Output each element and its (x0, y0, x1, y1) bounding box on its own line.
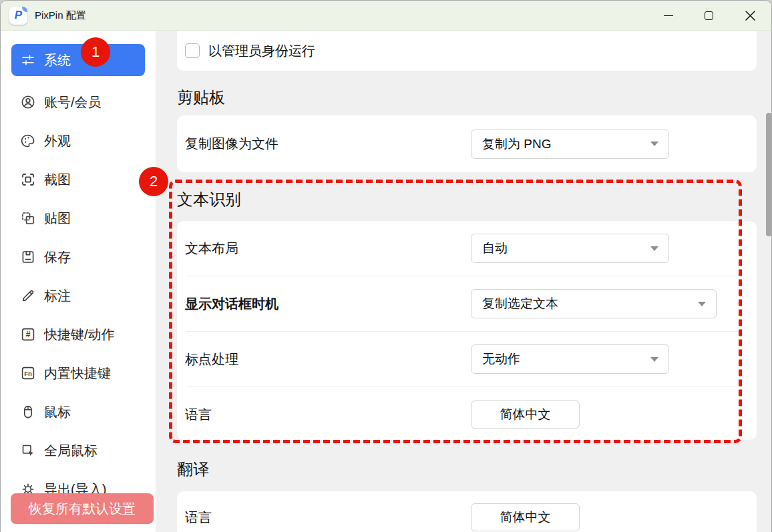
translate-language-row: 语言 简体中文 (177, 491, 757, 532)
sidebar: 系统 账号/会员 外观 (1, 31, 156, 532)
settings-content: 以管理员身份运行 剪贴板 复制图像为文件 复制为 PNG 文本识别 文本布局 (156, 31, 772, 532)
dropdown-value: 复制为 PNG (482, 136, 551, 153)
ocr-section-title: 文本识别 (177, 189, 241, 210)
sidebar-nav: 系统 账号/会员 外观 (1, 44, 156, 509)
pencil-icon (20, 288, 36, 304)
global-cursor-icon (20, 443, 36, 459)
sidebar-item-label: 快捷键/动作 (44, 326, 115, 344)
copy-image-dropdown[interactable]: 复制为 PNG (471, 129, 669, 159)
translate-section-title: 翻译 (177, 459, 209, 480)
close-button[interactable] (729, 1, 771, 30)
fn-key-icon: Fn (20, 365, 36, 381)
punctuation-dropdown[interactable]: 无动作 (471, 344, 669, 374)
sidebar-item-save[interactable]: 保存 (1, 238, 156, 276)
palette-icon (20, 133, 36, 149)
annotation-step-1-badge: 1 (81, 37, 110, 67)
sidebar-item-builtin-hotkeys[interactable]: Fn 内置快捷键 (1, 354, 156, 392)
ocr-language-button[interactable]: 简体中文 (471, 401, 580, 429)
run-as-admin-checkbox[interactable] (185, 43, 200, 58)
copy-image-row: 复制图像为文件 复制为 PNG (177, 115, 757, 172)
dialog-timing-row: 显示对话框时机 复制选定文本 (177, 276, 757, 331)
maximize-button[interactable] (689, 1, 729, 30)
sidebar-item-account[interactable]: 账号/会员 (1, 83, 156, 121)
sidebar-item-label: 保存 (44, 248, 71, 266)
sidebar-item-mouse[interactable]: 鼠标 (1, 392, 156, 431)
chevron-down-icon (698, 302, 706, 306)
sidebar-item-hotkeys[interactable]: # 快捷键/动作 (1, 315, 156, 354)
close-icon (745, 10, 756, 21)
hash-key-icon: # (20, 326, 36, 342)
text-layout-label: 文本布局 (185, 240, 238, 258)
clipboard-card: 复制图像为文件 复制为 PNG (177, 115, 757, 172)
dropdown-value: 复制选定文本 (482, 295, 558, 312)
text-layout-row: 文本布局 自动 (177, 221, 757, 276)
screenshot-crop-icon (20, 172, 36, 188)
ocr-language-label: 语言 (185, 406, 212, 424)
sidebar-item-label: 贴图 (44, 210, 71, 228)
sidebar-item-label: 内置快捷键 (44, 364, 111, 382)
sidebar-item-global-mouse[interactable]: 全局鼠标 (1, 431, 156, 470)
minimize-button[interactable] (648, 1, 689, 30)
ocr-language-row: 语言 简体中文 (177, 387, 757, 442)
window-title: PixPin 配置 (35, 9, 86, 22)
sidebar-item-label: 全局鼠标 (44, 442, 98, 460)
svg-text:#: # (26, 330, 31, 339)
sidebar-item-screenshot[interactable]: 截图 (1, 160, 156, 199)
punctuation-row: 标点处理 无动作 (177, 332, 757, 386)
chevron-down-icon (650, 357, 658, 362)
sidebar-item-label: 账号/会员 (44, 93, 102, 111)
sidebar-item-label: 截图 (44, 171, 71, 189)
sidebar-item-annotate[interactable]: 标注 (1, 276, 156, 315)
sidebar-item-label: 鼠标 (44, 403, 71, 421)
restore-defaults-button[interactable]: 恢复所有默认设置 (11, 493, 154, 524)
dialog-timing-label: 显示对话框时机 (185, 295, 278, 313)
copy-image-label: 复制图像为文件 (185, 135, 278, 153)
run-as-admin-row: 以管理员身份运行 (177, 31, 757, 71)
chevron-down-icon (650, 142, 658, 146)
translate-card: 语言 简体中文 (177, 491, 757, 532)
punctuation-label: 标点处理 (185, 350, 238, 368)
run-as-admin-label: 以管理员身份运行 (208, 42, 315, 60)
translate-language-button[interactable]: 简体中文 (471, 503, 580, 531)
pixpin-logo: P (9, 7, 27, 25)
sidebar-item-appearance[interactable]: 外观 (1, 121, 156, 160)
minimize-icon (664, 15, 673, 16)
pixpin-settings-window: P PixPin 配置 系统 (0, 0, 772, 532)
dialog-timing-dropdown[interactable]: 复制选定文本 (471, 289, 717, 318)
annotation-step-2-badge: 2 (139, 167, 168, 196)
maximize-icon (705, 11, 713, 20)
pin-image-icon (20, 210, 36, 226)
logo-decoration (22, 7, 27, 12)
dropdown-value: 自动 (482, 240, 508, 257)
translate-language-label: 语言 (185, 509, 212, 527)
mouse-icon (20, 404, 36, 420)
clipboard-section-title: 剪贴板 (177, 87, 225, 108)
sliders-icon (20, 52, 36, 68)
sidebar-item-label: 标注 (44, 287, 71, 305)
ocr-card: 文本布局 自动 显示对话框时机 复制选定文本 标点处理 (177, 221, 757, 440)
user-icon (20, 94, 36, 110)
window-controls (648, 1, 771, 30)
titlebar: P PixPin 配置 (1, 1, 771, 31)
sidebar-item-label: 外观 (44, 132, 71, 150)
text-layout-dropdown[interactable]: 自动 (471, 234, 669, 263)
save-icon (20, 249, 36, 265)
svg-text:Fn: Fn (24, 370, 32, 377)
vertical-scrollbar-thumb[interactable] (766, 113, 772, 236)
sidebar-item-pin[interactable]: 贴图 (1, 199, 156, 238)
admin-card: 以管理员身份运行 (177, 31, 757, 71)
sidebar-item-system[interactable]: 系统 (11, 44, 145, 76)
logo-letter: P (15, 9, 22, 22)
sidebar-item-label: 系统 (44, 51, 71, 69)
dropdown-value: 无动作 (482, 350, 520, 368)
chevron-down-icon (650, 246, 658, 251)
